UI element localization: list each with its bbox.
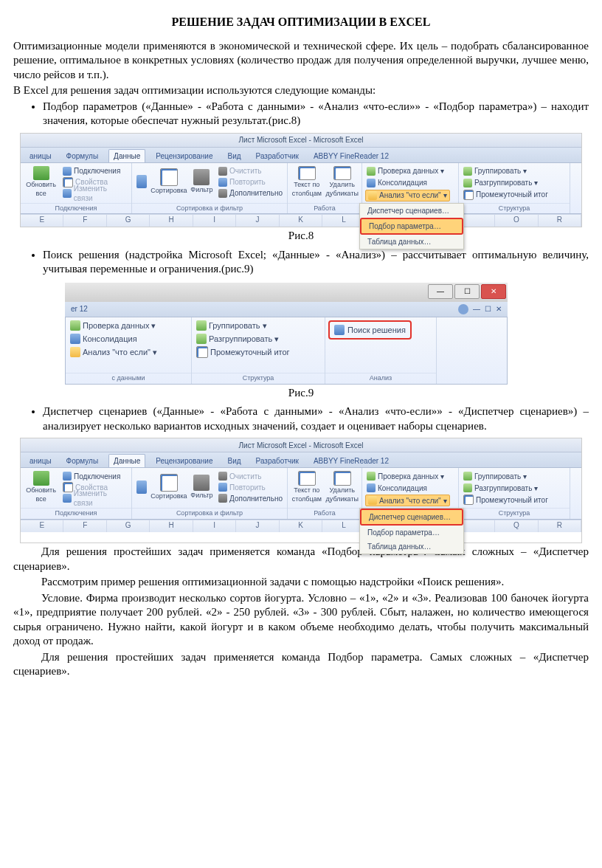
tab-active[interactable]: Данные	[108, 149, 145, 162]
clear-button[interactable]: Очистить	[217, 166, 284, 176]
tab[interactable]: аницы	[25, 455, 56, 467]
tab[interactable]: Рецензирование	[151, 455, 217, 467]
edit-links-button[interactable]: Изменить связи	[61, 188, 128, 199]
sort-button[interactable]: Сортировка	[151, 166, 187, 199]
maximize-button[interactable]: ☐	[454, 284, 480, 299]
edit-links-button[interactable]: Изменить связи	[61, 493, 128, 503]
tab[interactable]: ABBYY FineReader 12	[309, 455, 393, 467]
advanced-button[interactable]: Дополнительно	[217, 493, 284, 503]
refresh-all-button[interactable]: Обновить все	[24, 166, 58, 199]
data-validation-button[interactable]: Проверка данных ▾	[69, 320, 159, 331]
ribbon-tabs: аницы Формулы Данные Рецензирование Вид …	[21, 148, 581, 163]
what-if-button[interactable]: Анализ "что если" ▾	[365, 190, 450, 202]
ribbon-tabs: аницы Формулы Данные Рецензирование Вид …	[21, 452, 581, 468]
screenshot-ris8: Лист Microsoft Excel - Microsoft Excel а…	[20, 133, 582, 228]
subtotal-button[interactable]: Промежуточный итог	[462, 190, 550, 200]
menu-data-table[interactable]: Таблица данных…	[360, 235, 463, 249]
filter-button[interactable]: Фильтр	[190, 471, 214, 503]
group-label: Работа	[288, 203, 361, 214]
paragraph: Оптимизационные модели применяются в эко…	[13, 39, 589, 83]
refresh-all-button[interactable]: Обновить все	[24, 471, 58, 503]
minimize-button[interactable]: —	[428, 284, 453, 299]
text-to-columns-button[interactable]: Текст по столбцам	[291, 471, 323, 503]
group-label: Структура	[192, 373, 325, 384]
ribbon-fragment: er 12	[71, 304, 88, 314]
sort-button[interactable]: Сортировка	[151, 471, 187, 503]
paragraph: Для решения простейших задач применяется…	[13, 650, 589, 679]
screenshot-scenario: Лист Microsoft Excel - Microsoft Excel а…	[20, 438, 582, 543]
consolidate-button[interactable]: Консолидация	[365, 178, 450, 188]
group-label: Сортировка и фильтр	[132, 508, 287, 519]
tab[interactable]: Вид	[223, 455, 245, 467]
tab[interactable]: Рецензирование	[151, 150, 217, 162]
window-icon[interactable]: ☐	[485, 304, 491, 314]
tab[interactable]: Разработчик	[252, 455, 303, 467]
text-to-columns-button[interactable]: Текст по столбцам	[291, 166, 323, 199]
group-label: Подключения	[21, 508, 131, 519]
screenshot-ris9: — ☐ ✕ er 12 — ☐ ✕ Проверка данных ▾ Конс…	[65, 283, 508, 385]
tab[interactable]: Формулы	[62, 455, 103, 467]
group-label: Подключения	[21, 203, 131, 214]
menu-data-table[interactable]: Таблица данных…	[360, 540, 463, 554]
tab[interactable]: Формулы	[62, 150, 103, 162]
advanced-button[interactable]: Дополнительно	[217, 188, 284, 199]
group-label: Сортировка и фильтр	[132, 203, 287, 214]
list-item: Подбор параметров («Данные» - «Работа с …	[43, 100, 589, 128]
menu-scenario-manager[interactable]: Диспетчер сценариев…	[360, 204, 463, 218]
menu-goal-seek[interactable]: Подбор параметра…	[360, 218, 463, 235]
subtotal-button[interactable]: Промежуточный итог	[462, 495, 550, 505]
reapply-button[interactable]: Повторить	[217, 177, 284, 187]
window-title: Лист Microsoft Excel - Microsoft Excel	[21, 134, 581, 148]
page-title: РЕШЕНИЕ ЗАДАЧ ОПТИМИЗАЦИИ В EXCEL	[13, 15, 589, 30]
tab[interactable]: аницы	[25, 150, 56, 162]
menu-scenario-manager[interactable]: Диспетчер сценариев…	[360, 509, 463, 526]
paragraph: В Excel для решения задач оптимизации ис…	[13, 83, 589, 98]
figure-caption: Рис.9	[13, 386, 589, 401]
what-if-button[interactable]: Анализ "что если" ▾	[69, 347, 159, 357]
ungroup-button[interactable]: Разгруппировать ▾	[195, 334, 291, 344]
group-label: Структура	[459, 203, 570, 214]
remove-duplicates-button[interactable]: Удалить дубликаты	[326, 471, 359, 503]
paragraph: Рассмотрим пример решения оптимизационно…	[13, 575, 589, 590]
subtotal-button[interactable]: Промежуточный итог	[195, 347, 291, 357]
window-title: Лист Microsoft Excel - Microsoft Excel	[21, 438, 581, 452]
menu-goal-seek[interactable]: Подбор параметра…	[360, 526, 463, 540]
window-controls: — ☐ ✕	[65, 283, 508, 302]
group-rows-button[interactable]: Группировать ▾	[462, 471, 550, 481]
close-icon[interactable]: ✕	[496, 304, 502, 314]
reapply-button[interactable]: Повторить	[217, 482, 284, 492]
ungroup-button[interactable]: Разгруппировать ▾	[462, 483, 550, 493]
help-icon[interactable]	[458, 304, 468, 314]
column-headers: EFGHIJKLMQR	[21, 520, 581, 532]
consolidate-button[interactable]: Консолидация	[365, 483, 450, 493]
tab[interactable]: Вид	[223, 150, 245, 162]
list-item: Поиск решения (надстройка Microsoft Exce…	[43, 248, 589, 277]
list-item: Диспетчер сценариев («Данные» - «Работа …	[43, 404, 589, 433]
close-button[interactable]: ✕	[481, 284, 506, 299]
ungroup-button[interactable]: Разгруппировать ▾	[462, 178, 550, 188]
sort-az-button[interactable]	[135, 471, 148, 503]
tab[interactable]: Разработчик	[252, 150, 303, 162]
group-label: с данными	[66, 373, 191, 384]
min-ribbon-icon[interactable]: —	[473, 304, 480, 314]
group-rows-button[interactable]: Группировать ▾	[462, 166, 550, 176]
consolidate-button[interactable]: Консолидация	[69, 334, 159, 344]
filter-button[interactable]: Фильтр	[190, 166, 214, 199]
connections-button[interactable]: Подключения	[61, 471, 128, 481]
remove-duplicates-button[interactable]: Удалить дубликаты	[326, 166, 359, 199]
data-validation-button[interactable]: Проверка данных ▾	[365, 166, 450, 176]
tab[interactable]: ABBYY FineReader 12	[309, 150, 393, 162]
data-validation-button[interactable]: Проверка данных ▾	[365, 471, 450, 481]
group-label: Анализ	[325, 373, 436, 384]
clear-button[interactable]: Очистить	[217, 471, 284, 481]
what-if-button[interactable]: Анализ "что если" ▾	[365, 495, 450, 506]
group-label: Работа	[288, 508, 361, 519]
group-label: Структура	[459, 508, 570, 519]
solver-button[interactable]: Поиск решения	[328, 320, 412, 340]
figure-caption: Рис.8	[13, 229, 589, 244]
group-rows-button[interactable]: Группировать ▾	[195, 320, 291, 331]
paragraph: Условие. Фирма производит несколько сорт…	[13, 591, 589, 649]
tab-active[interactable]: Данные	[108, 454, 145, 467]
connections-button[interactable]: Подключения	[61, 166, 128, 176]
sort-az-button[interactable]	[135, 166, 148, 199]
